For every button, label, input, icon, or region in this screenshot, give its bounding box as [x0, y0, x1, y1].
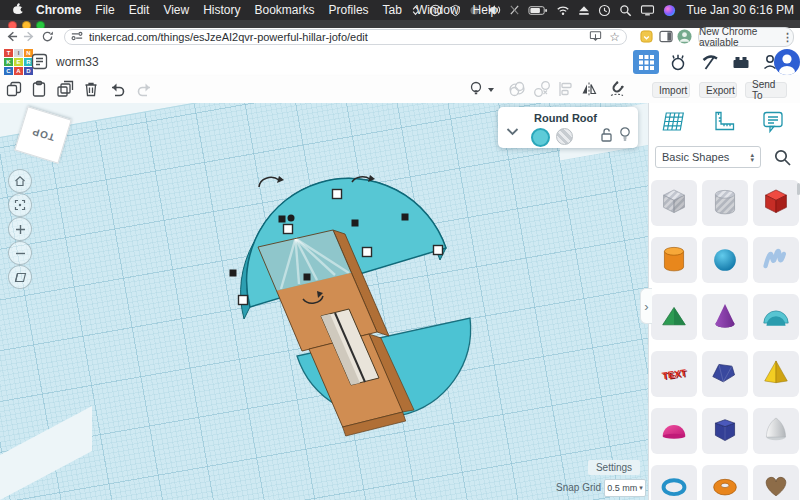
collapse-chevron-icon[interactable] — [506, 122, 520, 132]
address-bar[interactable]: tinkercad.com/things/esJzeAI2qvr-powerfu… — [64, 29, 627, 45]
shape-category-dropdown[interactable]: Basic Shapes ▴▾ — [655, 146, 761, 168]
url-text[interactable]: tinkercad.com/things/esJzeAI2qvr-powerfu… — [89, 31, 582, 43]
menu-tab[interactable]: Tab — [383, 3, 402, 17]
security-shield-icon[interactable] — [450, 4, 461, 17]
import-button[interactable]: Import — [652, 82, 690, 98]
align-icon[interactable] — [556, 80, 574, 98]
wifi-icon[interactable] — [556, 5, 570, 16]
magnet-snap-icon[interactable] — [608, 80, 626, 98]
menu-history[interactable]: History — [203, 3, 240, 17]
sidebar-toggle-icon[interactable] — [659, 30, 672, 43]
snap-grid-label: Snap Grid — [556, 482, 601, 493]
browser-menu-icon[interactable]: ⋮ — [782, 31, 793, 44]
shape-half-sphere[interactable] — [651, 408, 697, 454]
reload-button[interactable] — [41, 30, 54, 43]
shape-hole-cylinder[interactable] — [702, 180, 748, 226]
panel-collapse-handle[interactable]: › — [640, 288, 652, 324]
spotlight-icon[interactable] — [619, 4, 632, 17]
group-icon[interactable] — [508, 80, 526, 98]
menu-profiles[interactable]: Profiles — [329, 3, 369, 17]
shape-roof[interactable] — [651, 294, 697, 340]
menu-bookmarks[interactable]: Bookmarks — [255, 3, 315, 17]
app-update-icon[interactable]: C — [429, 4, 442, 17]
show-all-icon[interactable] — [468, 80, 486, 98]
shape-pyramid[interactable] — [753, 351, 799, 397]
shape-polygon[interactable] — [702, 408, 748, 454]
solid-color-swatch[interactable] — [531, 128, 550, 147]
dashboard-grid-button[interactable] — [633, 50, 659, 74]
forward-button[interactable] — [23, 30, 36, 43]
shape-hole-box[interactable] — [651, 180, 697, 226]
shape-sphere[interactable] — [702, 237, 748, 283]
home-view-button[interactable] — [8, 169, 32, 193]
shape-paraboloid[interactable] — [753, 408, 799, 454]
fit-view-button[interactable] — [8, 193, 32, 217]
paste-icon[interactable] — [30, 80, 48, 98]
bookmark-star-icon[interactable]: ☆ — [609, 32, 620, 42]
display-mirroring-icon[interactable] — [640, 4, 655, 16]
ungroup-icon[interactable] — [533, 80, 551, 98]
workplane-tool-icon[interactable] — [661, 109, 687, 135]
muted-input-icon[interactable] — [509, 4, 520, 16]
battery-icon[interactable] — [528, 5, 548, 16]
time-machine-icon[interactable] — [598, 4, 611, 17]
sim-lab-icon[interactable] — [668, 52, 688, 72]
send-to-device-icon[interactable] — [589, 28, 602, 46]
volume-icon[interactable] — [488, 4, 501, 16]
shape-text[interactable]: TEXTTEXT — [651, 351, 697, 397]
grid-settings-button[interactable]: Settings — [588, 460, 640, 475]
site-settings-icon[interactable] — [71, 28, 83, 46]
extension-icon[interactable] — [640, 30, 653, 43]
snap-grid-dropdown[interactable]: 0.5 mm ▾ — [604, 479, 646, 497]
shape-diamond[interactable] — [702, 351, 748, 397]
redo-icon[interactable] — [135, 80, 153, 98]
menu-chrome[interactable]: Chrome — [36, 3, 81, 17]
shape-search-icon[interactable] — [773, 148, 792, 167]
hole-swatch[interactable] — [556, 128, 573, 145]
screen-dot-icon[interactable] — [469, 5, 480, 16]
undo-icon[interactable] — [109, 80, 127, 98]
design-name[interactable]: worm33 — [56, 55, 99, 69]
keyboard-backlight-icon[interactable] — [410, 4, 421, 17]
tinkercad-logo[interactable]: TIN KER CAD — [4, 49, 34, 76]
brick-export-icon[interactable] — [731, 52, 751, 72]
menu-file[interactable]: File — [95, 3, 114, 17]
shape-round-roof[interactable] — [753, 294, 799, 340]
menu-edit[interactable]: Edit — [129, 3, 150, 17]
mirror-icon[interactable] — [580, 80, 598, 98]
delete-icon[interactable] — [82, 80, 100, 98]
send-to-button[interactable]: Send To — [745, 82, 787, 98]
ruler-tool-icon[interactable] — [711, 109, 737, 135]
3d-scene[interactable] — [0, 103, 648, 500]
show-all-caret-icon[interactable] — [487, 80, 495, 98]
window-titlebar[interactable] — [0, 20, 800, 28]
perspective-toggle-button[interactable] — [8, 265, 32, 289]
notes-tool-icon[interactable] — [761, 109, 785, 135]
3d-viewport[interactable]: TOP Settings Snap Grid 0.5 mm ▾ — [0, 103, 648, 500]
duplicate-icon[interactable] — [56, 80, 74, 98]
menu-view[interactable]: View — [163, 3, 189, 17]
browser-profile-avatar[interactable] — [677, 29, 690, 42]
shape-cone[interactable] — [702, 294, 748, 340]
visibility-bulb-icon[interactable] — [619, 126, 631, 143]
apple-menu-icon[interactable] — [12, 2, 24, 19]
shape-box[interactable] — [753, 180, 799, 226]
chrome-update-button[interactable]: New Chrome available ⋮ — [698, 27, 794, 47]
shape-torus[interactable] — [702, 465, 748, 500]
design-menu-icon[interactable] — [31, 53, 48, 70]
shape-torus-thin[interactable] — [651, 465, 697, 500]
shape-heart[interactable] — [753, 465, 799, 500]
shape-cylinder[interactable] — [651, 237, 697, 283]
eject-icon[interactable] — [578, 5, 590, 16]
zoom-in-button[interactable] — [8, 217, 32, 241]
zoom-out-button[interactable] — [8, 241, 32, 265]
account-avatar[interactable] — [774, 49, 800, 75]
siri-icon[interactable] — [663, 4, 676, 17]
copy-icon[interactable] — [5, 80, 23, 98]
minecraft-export-icon[interactable] — [700, 52, 720, 72]
export-button[interactable]: Export — [699, 82, 737, 98]
shape-scribble[interactable] — [753, 237, 799, 283]
dropdown-caret-icon: ▴▾ — [750, 152, 754, 162]
back-button[interactable] — [5, 30, 18, 43]
lock-open-icon[interactable] — [600, 127, 613, 143]
